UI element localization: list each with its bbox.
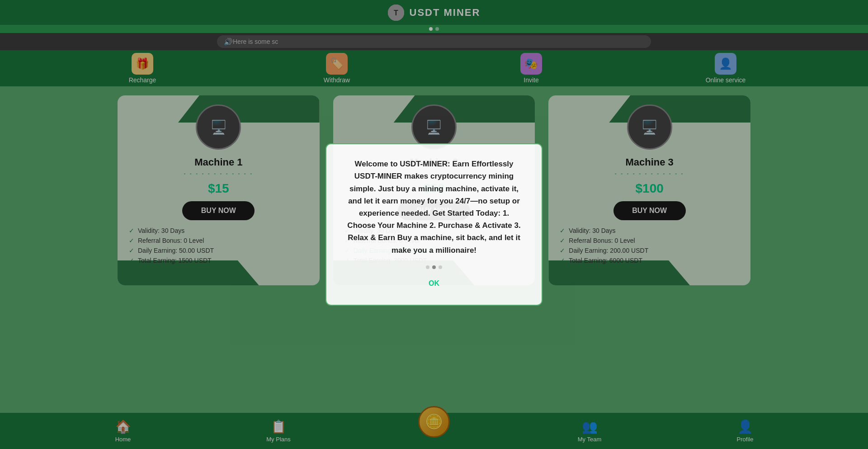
modal-dot-1 — [426, 265, 429, 269]
modal-dot-2 — [432, 265, 436, 269]
modal-dots — [344, 265, 524, 269]
welcome-modal: Welcome to USDT-MINER: Earn Effortlessly… — [326, 143, 542, 306]
modal-dot-3 — [439, 265, 442, 269]
modal-ok-button[interactable]: OK — [420, 276, 448, 291]
modal-overlay[interactable]: Welcome to USDT-MINER: Earn Effortlessly… — [0, 0, 868, 449]
modal-text: Welcome to USDT-MINER: Earn Effortlessly… — [344, 158, 524, 256]
